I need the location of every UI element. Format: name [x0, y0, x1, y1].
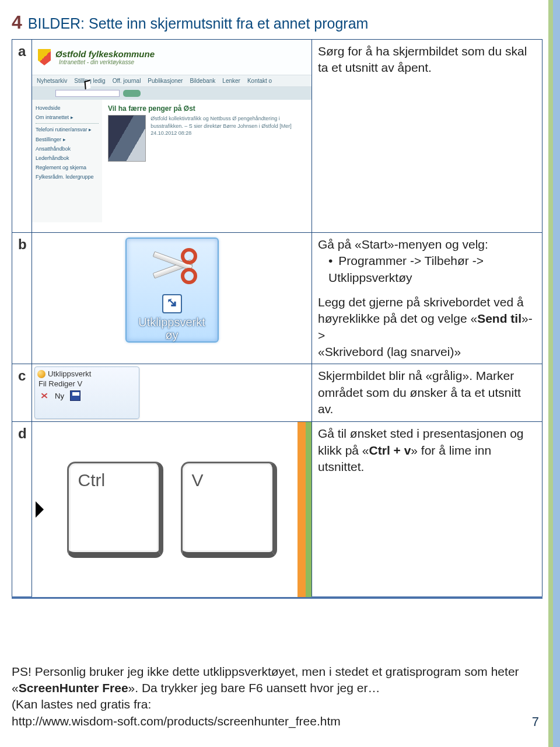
row-label-b: b [12, 233, 32, 364]
row-b-tail: Legg det gjerne på skrivebordet ved å hø… [318, 294, 536, 360]
table-row: d Ctrl V Gå til ønsket sted i presentasj… [12, 422, 542, 598]
cursor-icon [85, 80, 91, 90]
row-a-image: Østfold fylkeskommune Intranettet - din … [32, 40, 312, 233]
article-title: Vil ha færre penger på Øst [108, 104, 306, 113]
screenhunter-name: ScreenHunter Free [19, 681, 128, 694]
page-accent-blue [553, 0, 560, 747]
sidebar-item: Bestillinger ▸ [36, 135, 99, 144]
scissors-icon [146, 243, 198, 295]
section-number: 4 [12, 12, 22, 33]
sidebar-item: Hovedside [36, 103, 99, 113]
snip-title: Utklippsverkt [48, 369, 91, 378]
tail-3: «Skrivebord (lag snarvei)» [318, 344, 536, 360]
searchbar [32, 87, 312, 100]
sidebar-item: Lederhåndbok [36, 153, 99, 163]
menu-item: Nyhetsarkiv [37, 78, 67, 84]
row-b-lead: Gå på «Start»-menyen og velg: [318, 236, 536, 253]
row-d-image: Ctrl V [32, 422, 312, 598]
sidebar-item: Fylkesrådm. ledergruppe [36, 172, 99, 181]
sidebar-item: Reglement og skjema [36, 163, 99, 172]
scissors-icon [40, 391, 49, 400]
search-button [123, 90, 141, 97]
menu-item: Bildebank [190, 78, 215, 84]
row-c-image: Utklippsverkt Fil Rediger V Ny [32, 364, 312, 422]
row-b-image: Utklippsverkt øy [32, 233, 312, 364]
row-b-bullet: Programmer -> Tilbehør -> Utklippsverktø… [328, 253, 536, 286]
footer-note: PS! Personlig bruker jeg ikke dette utkl… [12, 664, 531, 729]
section-title: BILDER: Sette inn skjermutsnitt fra et a… [28, 15, 369, 32]
intranet-sidebar: Hovedside Om intranettet ▸ Telefoni ruti… [32, 100, 102, 222]
snipping-tool-icon: Utklippsverkt øy [125, 238, 219, 343]
section-header: 4 BILDER: Sette inn skjermutsnitt fra et… [12, 12, 542, 33]
instruction-table: a Østfold fylkeskommune Intranettet - di… [12, 39, 542, 598]
search-input [55, 90, 120, 97]
table-row: b Utklippsverkt øy Gå på «Start»-menyen … [12, 233, 542, 364]
snip-menubar: Fil Rediger V [37, 378, 139, 390]
shortcut-arrow-icon [162, 294, 182, 314]
keyboard-keys: Ctrl V [32, 422, 312, 597]
sidebar-item: Om intranettet ▸ [36, 113, 99, 122]
app-icon [37, 370, 46, 378]
page-accent-green [548, 0, 553, 747]
save-icon [70, 390, 80, 401]
ps-text-2: ». Da trykker jeg bare F6 uansett hvor j… [128, 681, 380, 694]
icon-caption: Utklippsverkt øy [138, 316, 205, 341]
footer-url: http://www.wisdom-soft.com/products/scre… [12, 714, 341, 728]
row-b-text: Gå på «Start»-menyen og velg: Programmer… [312, 233, 542, 364]
row-d-text: Gå til ønsket sted i presentasjonen og k… [312, 422, 542, 598]
ctrl-key: Ctrl [67, 462, 163, 558]
sidebar-item: Ansatthåndbok [36, 144, 99, 153]
article-photo [108, 115, 146, 162]
v-key: V [181, 462, 277, 558]
row-label-a: a [12, 40, 32, 233]
menu-item: Publikasjoner [148, 78, 183, 84]
send-til: Send til [477, 312, 522, 325]
site-name: Østfold fylkeskommune [55, 49, 155, 59]
menu-item: Lenker [222, 78, 240, 84]
row-c-text: Skjermbildet blir nå «grålig». Marker om… [312, 364, 542, 422]
row-a-text: Sørg for å ha skjermbildet som du skal t… [312, 40, 542, 233]
site-tagline: Intranettet - din verktøykasse [59, 59, 155, 65]
row-label-c: c [12, 364, 32, 422]
intranet-menubar: Nyhetsarkiv Stilling ledig Off. journal … [32, 75, 312, 87]
intranet-screenshot: Østfold fylkeskommune Intranettet - din … [32, 40, 312, 232]
menu-item: Kontakt o [247, 78, 272, 84]
page-number: 7 [532, 714, 539, 729]
shield-icon [38, 49, 51, 65]
menu-item: Off. journal [113, 78, 141, 84]
arrow-icon [36, 501, 44, 518]
article-text: Østfold kollektivtrafikk og Nettbuss Ø p… [150, 115, 306, 162]
table-row: a Østfold fylkeskommune Intranettet - di… [12, 40, 542, 233]
table-row: c Utklippsverkt Fil Rediger V Ny Skjermb… [12, 364, 542, 422]
ctrl-v-bold: Ctrl + v [369, 444, 411, 457]
sidebar-item: Telefoni rutiner/ansvar ▸ [36, 125, 99, 134]
ps-text-3: (Kan lastes ned gratis fra: [12, 697, 151, 711]
snip-menu: Utklippsverkt Fil Rediger V Ny [34, 366, 139, 419]
new-label: Ny [55, 392, 64, 400]
row-label-d: d [12, 422, 32, 598]
